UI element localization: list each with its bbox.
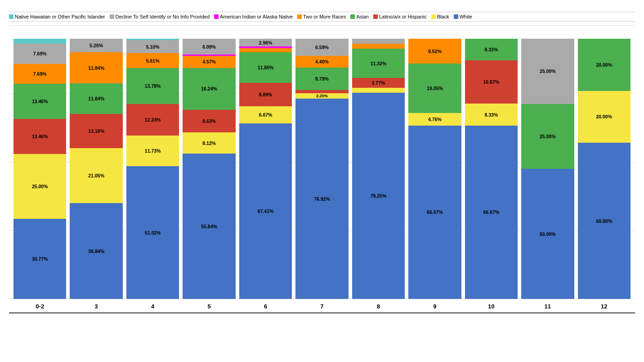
bar-segment: 79.25% — [352, 93, 405, 299]
bar-stack: 55.84%8.12%8.63%16.24%4.57%6.09% — [183, 39, 235, 299]
legend-item: White — [454, 14, 472, 19]
bar-stack: 76.92%2.20%8.79%4.40%6.59% — [295, 39, 348, 299]
bar-segment: 66.67% — [465, 126, 518, 299]
bar-segment: 3.77% — [352, 78, 405, 88]
bar-segment: 8.33% — [465, 39, 518, 60]
bars-container: 30.77%25.00%13.46%13.46%7.69%7.69%0-236.… — [9, 25, 635, 299]
legend: Native Hawaiian or Other Pacific Islande… — [9, 12, 635, 22]
bar-segment: 20.00% — [578, 91, 631, 143]
bar-x-label: 9 — [433, 303, 436, 310]
bar-segment: 13.46% — [13, 84, 66, 119]
bar-group: 67.41%6.67%8.89%11.85%2.96%6 — [239, 39, 292, 299]
bar-x-label: 12 — [601, 303, 607, 310]
legend-item: Decline To Self Identify or No Info Prov… — [110, 14, 210, 19]
bar-segment: 4.40% — [295, 56, 348, 67]
bar-segment: 20.00% — [578, 39, 631, 91]
bar-stack: 30.77%25.00%13.46%13.46%7.69%7.69% — [13, 39, 66, 299]
bar-segment: 25.00% — [13, 154, 66, 219]
bar-segment: 5.26% — [70, 39, 122, 52]
bar-segment — [352, 44, 405, 49]
legend-item: Black — [431, 14, 449, 19]
bar-stack: 66.67%4.76%19.05%9.52% — [408, 39, 461, 299]
bar-segment: 50.00% — [521, 169, 574, 299]
bar-segment — [183, 54, 235, 56]
bar-segment: 55.84% — [183, 154, 235, 299]
bar-stack: 66.67%8.33%16.67%8.33% — [465, 39, 518, 299]
bar-stack: 51.02%11.73%12.24%13.78%5.61%5.10% — [126, 39, 179, 299]
bar-x-label: 7 — [320, 303, 323, 310]
bar-segment: 13.78% — [126, 68, 179, 104]
bar-x-label: 10 — [488, 303, 494, 310]
bar-group: 51.02%11.73%12.24%13.78%5.61%5.10%4 — [126, 39, 179, 299]
bar-segment: 66.67% — [408, 126, 461, 299]
bar-group: 66.67%8.33%16.67%8.33%10 — [465, 39, 518, 299]
legend-swatch — [297, 14, 302, 19]
bar-segment: 30.77% — [13, 219, 66, 299]
legend-item: American Indian or Alaska Native — [214, 14, 293, 19]
bar-segment: 8.89% — [239, 83, 292, 106]
legend-swatch — [214, 14, 219, 19]
legend-label: Latino/a/x or Hispanic — [379, 14, 427, 19]
bar-group: 55.84%8.12%8.63%16.24%4.57%6.09%5 — [183, 39, 235, 299]
bar-group: 30.77%25.00%13.46%13.46%7.69%7.69%0-2 — [13, 39, 66, 299]
bar-segment: 4.57% — [183, 56, 235, 68]
bar-segment — [13, 39, 66, 44]
legend-swatch — [454, 14, 458, 19]
legend-swatch — [431, 14, 436, 19]
bar-segment: 2.96% — [239, 39, 292, 46]
bar-segment: 19.05% — [408, 63, 461, 113]
bar-segment — [126, 39, 179, 40]
bar-segment: 11.85% — [239, 52, 292, 83]
bar-segment: 21.05% — [70, 148, 122, 203]
bar-stack: 67.41%6.67%8.89%11.85%2.96% — [239, 39, 292, 299]
bar-segment: 16.24% — [183, 68, 235, 110]
bar-group: 76.92%2.20%8.79%4.40%6.59%7 — [295, 39, 348, 299]
bar-x-label: 6 — [264, 303, 267, 310]
bar-segment: 11.73% — [126, 136, 179, 166]
bar-segment: 8.79% — [295, 68, 348, 90]
bar-segment: 2.20% — [295, 93, 348, 99]
bar-segment: 8.63% — [183, 110, 235, 132]
legend-item: Native Hawaiian or Other Pacific Islande… — [9, 14, 105, 19]
bar-stack: 79.25%3.77%11.32% — [352, 39, 405, 299]
bar-x-label: 8 — [377, 303, 380, 310]
bar-segment: 8.33% — [465, 104, 518, 125]
bar-x-label: 3 — [95, 303, 98, 310]
bar-segment: 25.00% — [521, 39, 574, 104]
bar-group: 50.00%25.00%25.00%11 — [521, 39, 574, 299]
bar-stack: 60.00%20.00%20.00% — [578, 39, 631, 299]
legend-label: Asian — [356, 14, 369, 19]
bar-stack: 36.84%21.05%13.16%11.84%11.84%5.26% — [70, 39, 122, 299]
legend-label: White — [460, 14, 472, 19]
bar-segment: 5.61% — [126, 53, 179, 68]
bar-segment: 12.24% — [126, 104, 179, 136]
bar-x-label: 11 — [545, 303, 551, 310]
bar-group: 60.00%20.00%20.00%12 — [578, 39, 631, 299]
bar-segment: 76.92% — [295, 99, 348, 299]
legend-swatch — [9, 14, 13, 19]
bar-segment: 25.00% — [521, 104, 574, 169]
bar-segment: 7.69% — [13, 64, 66, 84]
legend-swatch — [110, 14, 114, 19]
legend-label: American Indian or Alaska Native — [220, 14, 293, 19]
bar-segment: 13.46% — [13, 119, 66, 154]
bar-segment: 11.84% — [70, 83, 122, 114]
bar-segment — [239, 48, 292, 52]
bar-segment — [239, 46, 292, 48]
bar-segment: 67.41% — [239, 123, 292, 299]
legend-swatch — [350, 14, 355, 19]
legend-item: Latino/a/x or Hispanic — [373, 14, 427, 19]
chart-area: 30.77%25.00%13.46%13.46%7.69%7.69%0-236.… — [9, 25, 635, 313]
bar-x-label: 4 — [151, 303, 154, 310]
bar-segment: 5.10% — [126, 40, 179, 53]
bar-segment: 6.59% — [295, 39, 348, 56]
legend-item: Two or More Races — [297, 14, 346, 19]
bar-segment: 6.09% — [183, 39, 235, 54]
legend-label: Two or More Races — [303, 14, 346, 19]
legend-swatch — [373, 14, 378, 19]
bar-segment: 7.69% — [13, 44, 66, 63]
bar-group: 36.84%21.05%13.16%11.84%11.84%5.26%3 — [70, 39, 122, 299]
bar-segment — [352, 88, 405, 93]
bar-segment: 4.76% — [408, 113, 461, 126]
bar-segment: 11.84% — [70, 52, 122, 83]
